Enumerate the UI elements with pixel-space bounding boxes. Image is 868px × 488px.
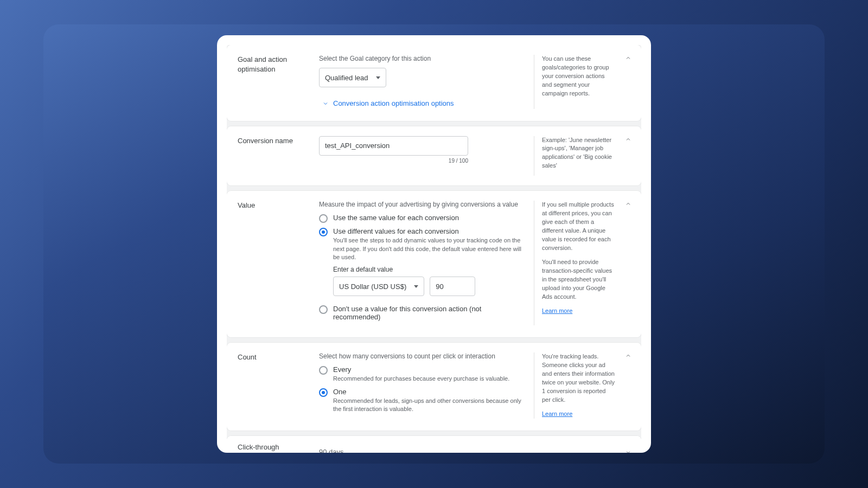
- goal-help: You can use these goals/categories to gr…: [534, 55, 615, 109]
- value-caption: Measure the impact of your advertising b…: [319, 201, 523, 208]
- chevron-up-icon: [625, 201, 631, 207]
- click-through-window-row[interactable]: Click-through conversion window 90 days: [227, 436, 641, 453]
- currency-select[interactable]: US Dollar (USD US$): [333, 277, 424, 296]
- value-option-none[interactable]: Don't use a value for this conversion ac…: [319, 305, 523, 321]
- radio-diff-label: Use different values for each conversion: [333, 227, 523, 235]
- chevron-down-icon: [322, 100, 329, 107]
- chevron-down-icon: [625, 449, 631, 453]
- count-collapse-button[interactable]: [623, 350, 634, 361]
- radio-one[interactable]: [319, 388, 328, 397]
- count-option-every[interactable]: Every Recommended for purchases because …: [319, 365, 523, 383]
- value-help-2: You'll need to provide transaction-speci…: [542, 258, 615, 301]
- radio-one-sub: Recommended for leads, sign-ups and othe…: [333, 397, 523, 414]
- value-title: Value: [238, 201, 319, 325]
- radio-every-label: Every: [333, 365, 523, 374]
- caret-down-icon: [414, 285, 418, 288]
- settings-sheet: Goal and action optimisation Select the …: [227, 45, 641, 453]
- optimisation-options-label: Conversion action optimisation options: [333, 99, 454, 107]
- count-help: You're tracking leads. Someone clicks yo…: [534, 352, 615, 419]
- goal-help-text: You can use these goals/categories to gr…: [542, 55, 615, 98]
- value-help-1: If you sell multiple products at differe…: [542, 201, 615, 253]
- count-caption: Select how many conversions to count per…: [319, 352, 523, 360]
- value-option-different[interactable]: Use different values for each conversion…: [319, 227, 523, 261]
- radio-none-label: Don't use a value for this conversion ac…: [333, 305, 523, 321]
- radio-every[interactable]: [319, 366, 328, 375]
- optimisation-options-toggle[interactable]: Conversion action optimisation options: [322, 99, 454, 107]
- collapsed-rows: Click-through conversion window 90 days …: [227, 436, 641, 453]
- count-title: Count: [238, 352, 319, 419]
- radio-every-sub: Recommended for purchases because every …: [333, 375, 523, 383]
- count-main: Select how many conversions to count per…: [319, 352, 529, 419]
- value-collapse-button[interactable]: [623, 198, 634, 209]
- chevron-up-icon: [625, 55, 631, 61]
- goal-category-select[interactable]: Qualified lead: [319, 68, 386, 87]
- goal-card: Goal and action optimisation Select the …: [227, 45, 641, 121]
- goal-main: Select the Goal category for this action…: [319, 55, 529, 109]
- radio-one-label: One: [333, 388, 523, 396]
- ctw-title: Click-through conversion window: [238, 442, 319, 453]
- goal-collapse-button[interactable]: [623, 53, 634, 63]
- outer-frame: Goal and action optimisation Select the …: [43, 24, 825, 464]
- ctw-expand-button[interactable]: [623, 447, 634, 453]
- goal-category-value: Qualified lead: [325, 74, 368, 82]
- ctw-value: 90 days: [319, 448, 344, 453]
- value-learn-more-link[interactable]: Learn more: [542, 307, 572, 314]
- count-help-text: You're tracking leads. Someone clicks yo…: [542, 352, 615, 404]
- default-value-label: Enter a default value: [333, 266, 523, 273]
- name-help-text: Example: 'June newsletter sign-ups', 'Ma…: [542, 136, 615, 171]
- value-option-same[interactable]: Use the same value for each conversion: [319, 214, 523, 223]
- value-card: Value Measure the impact of your adverti…: [227, 191, 641, 337]
- radio-no-value[interactable]: [319, 305, 328, 314]
- name-main: 19 / 100: [319, 136, 529, 176]
- count-option-one[interactable]: One Recommended for leads, sign-ups and …: [319, 388, 523, 414]
- chevron-up-icon: [625, 136, 631, 143]
- count-card: Count Select how many conversions to cou…: [227, 343, 641, 431]
- panel-wrap: Goal and action optimisation Select the …: [217, 35, 651, 453]
- count-learn-more-link[interactable]: Learn more: [542, 410, 572, 417]
- name-card: Conversion name 19 / 100 Example: 'June …: [227, 126, 641, 186]
- default-value-input[interactable]: [430, 277, 475, 296]
- value-help: If you sell multiple products at differe…: [534, 201, 615, 325]
- currency-value: US Dollar (USD US$): [339, 282, 406, 291]
- radio-same-label: Use the same value for each conversion: [333, 214, 523, 222]
- radio-different-value[interactable]: [319, 228, 328, 236]
- conversion-name-counter: 19 / 100: [319, 158, 468, 164]
- name-help: Example: 'June newsletter sign-ups', 'Ma…: [534, 136, 615, 176]
- radio-same-value[interactable]: [319, 214, 328, 223]
- value-main: Measure the impact of your advertising b…: [319, 201, 529, 325]
- caret-down-icon: [376, 76, 380, 79]
- chevron-up-icon: [625, 352, 631, 359]
- radio-diff-sub: You'll see the steps to add dynamic valu…: [333, 236, 523, 261]
- goal-caption: Select the Goal category for this action: [319, 55, 523, 62]
- conversion-name-input[interactable]: [319, 136, 468, 156]
- default-value-block: Enter a default value US Dollar (USD US$…: [333, 266, 523, 296]
- name-collapse-button[interactable]: [623, 134, 634, 145]
- name-title: Conversion name: [238, 136, 319, 176]
- goal-title: Goal and action optimisation: [238, 55, 319, 109]
